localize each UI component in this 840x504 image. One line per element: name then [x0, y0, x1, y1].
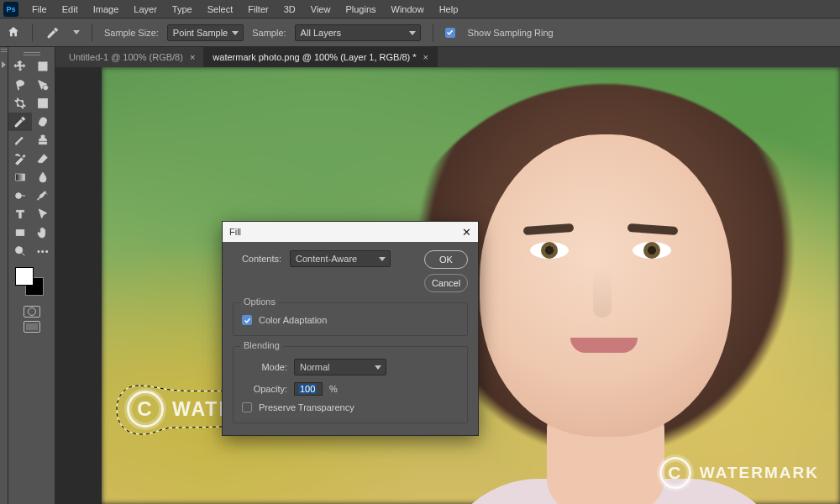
opacity-input[interactable]: 100: [294, 382, 323, 396]
tab-label: watermark photo.png @ 100% (Layer 1, RGB…: [213, 52, 416, 62]
edit-toolbar-icon[interactable]: •••: [32, 242, 55, 260]
sample-label: Sample:: [252, 28, 286, 38]
dialog-title: Fill: [229, 227, 241, 237]
fill-dialog: Fill ✕ Contents: Content-Aware OK Cancel: [222, 221, 479, 436]
dodge-tool-icon[interactable]: [8, 186, 32, 205]
blending-group: Blending Mode: Normal Opacity: 100 %: [233, 346, 468, 423]
close-icon[interactable]: ×: [190, 52, 195, 62]
color-adaptation-label: Color Adaptation: [259, 315, 327, 325]
quick-mask-icon[interactable]: [24, 306, 40, 318]
close-icon[interactable]: ✕: [462, 226, 471, 239]
color-adaptation-checkbox[interactable]: [242, 315, 252, 325]
foreground-color-swatch[interactable]: [15, 267, 34, 286]
watermark-text: WATERMARK: [700, 464, 819, 482]
lasso-tool-icon[interactable]: [8, 76, 32, 94]
frame-tool-icon[interactable]: [32, 94, 55, 113]
opacity-suffix: %: [329, 384, 338, 394]
blending-group-title: Blending: [240, 340, 283, 350]
marquee-tool-icon[interactable]: [32, 57, 55, 76]
sample-select[interactable]: All Layers: [295, 24, 421, 41]
eyedropper-tool-icon[interactable]: [8, 113, 32, 131]
chevron-down-icon: [409, 31, 416, 35]
tool-panel: •••: [8, 47, 55, 504]
svg-point-1: [44, 86, 48, 90]
menu-window[interactable]: Window: [385, 2, 431, 17]
dialog-titlebar[interactable]: Fill ✕: [223, 222, 478, 242]
crop-tool-icon[interactable]: [8, 94, 32, 113]
home-icon[interactable]: [7, 25, 20, 40]
menu-image[interactable]: Image: [87, 2, 126, 17]
chevron-down-icon: [232, 31, 239, 35]
screen-mode-icon[interactable]: [24, 321, 40, 333]
healing-tool-icon[interactable]: [32, 113, 55, 131]
panel-grip-icon[interactable]: [1, 49, 8, 52]
mode-select[interactable]: Normal: [294, 359, 386, 375]
brush-tool-icon[interactable]: [8, 131, 32, 150]
quick-select-tool-icon[interactable]: [32, 76, 55, 94]
show-sampling-ring-label: Show Sampling Ring: [468, 28, 554, 38]
menu-file[interactable]: File: [25, 2, 54, 17]
app-logo: Ps: [3, 2, 18, 17]
chevron-down-icon: [375, 365, 381, 370]
menu-layer[interactable]: Layer: [127, 2, 164, 17]
cancel-button[interactable]: Cancel: [424, 274, 468, 292]
path-select-tool-icon[interactable]: [32, 205, 55, 223]
panel-grip-icon[interactable]: [24, 52, 40, 55]
pen-tool-icon[interactable]: [32, 186, 55, 205]
menu-plugins[interactable]: Plugins: [339, 2, 382, 17]
mode-label: Mode:: [242, 362, 287, 372]
divider: [92, 24, 92, 42]
panel-flyout-icon[interactable]: [1, 60, 8, 69]
opacity-label: Opacity:: [242, 384, 287, 394]
close-icon[interactable]: ×: [423, 52, 428, 62]
mode-value: Normal: [300, 362, 329, 372]
show-sampling-ring-checkbox[interactable]: [445, 28, 455, 38]
options-group-title: Options: [240, 297, 279, 307]
tab-label: Untitled-1 @ 100% (RGB/8): [69, 52, 183, 62]
svg-rect-3: [38, 116, 48, 127]
sample-size-value: Point Sample: [173, 28, 228, 38]
sample-size-label: Sample Size:: [104, 28, 159, 38]
document-canvas[interactable]: C WATERMARK C WATERMARK Fill ✕ Contents:: [102, 67, 840, 504]
menu-view[interactable]: View: [304, 2, 338, 17]
tab-watermark-photo[interactable]: watermark photo.png @ 100% (Layer 1, RGB…: [204, 47, 438, 67]
tool-options-caret-icon[interactable]: [73, 30, 80, 34]
eyedropper-swatch-icon[interactable]: [45, 24, 61, 41]
menu-type[interactable]: Type: [165, 2, 199, 17]
menu-select[interactable]: Select: [201, 2, 240, 17]
ok-button[interactable]: OK: [424, 250, 468, 269]
gradient-tool-icon[interactable]: [8, 168, 32, 186]
tab-untitled[interactable]: Untitled-1 @ 100% (RGB/8) ×: [60, 47, 204, 67]
move-tool-icon[interactable]: [8, 57, 32, 76]
svg-rect-0: [39, 62, 48, 71]
menu-edit[interactable]: Edit: [55, 2, 85, 17]
sample-size-select[interactable]: Point Sample: [167, 24, 244, 41]
watermark-small: C WATERMARK: [659, 457, 819, 489]
menu-filter[interactable]: Filter: [241, 2, 275, 17]
options-group: Options Color Adaptation: [233, 302, 468, 336]
menu-3d[interactable]: 3D: [277, 2, 302, 17]
shape-tool-icon[interactable]: [8, 223, 32, 242]
stamp-tool-icon[interactable]: [32, 131, 55, 150]
color-swatches[interactable]: [15, 267, 45, 297]
history-brush-tool-icon[interactable]: [8, 150, 32, 168]
type-tool-icon[interactable]: [8, 205, 32, 223]
contents-select[interactable]: Content-Aware: [290, 250, 391, 267]
options-bar: Sample Size: Point Sample Sample: All La…: [0, 18, 840, 47]
divider: [32, 24, 33, 42]
zoom-tool-icon[interactable]: [8, 242, 32, 260]
svg-rect-4: [15, 174, 24, 181]
menu-help[interactable]: Help: [433, 2, 465, 17]
menubar: Ps File Edit Image Layer Type Select Fil…: [0, 0, 840, 18]
blur-tool-icon[interactable]: [32, 168, 55, 186]
preserve-transparency-checkbox[interactable]: [242, 402, 252, 412]
contents-label: Contents:: [233, 250, 281, 267]
copyright-icon: C: [659, 457, 691, 489]
svg-point-5: [15, 193, 21, 199]
hand-tool-icon[interactable]: [32, 223, 55, 242]
eraser-tool-icon[interactable]: [32, 150, 55, 168]
svg-rect-6: [16, 230, 24, 236]
contents-value: Content-Aware: [296, 254, 357, 264]
canvas-area: C WATERMARK C WATERMARK Fill ✕ Contents:: [55, 67, 840, 504]
svg-point-7: [15, 247, 22, 254]
